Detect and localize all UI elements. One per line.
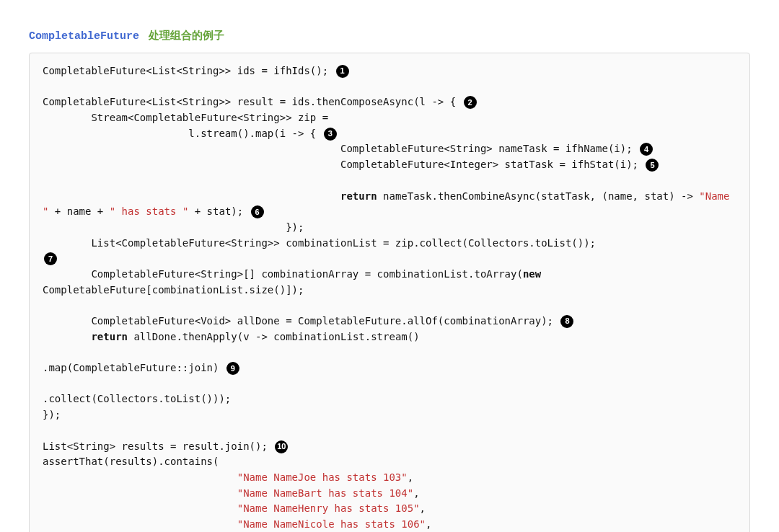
title-classname: CompletableFuture xyxy=(29,30,139,43)
callout-10: 10 xyxy=(275,440,288,453)
callout-7: 7 xyxy=(44,252,57,265)
section-title: CompletableFuture 处理组合的例子 xyxy=(29,29,750,43)
callout-3: 3 xyxy=(324,128,337,141)
code-content: CompletableFuture<List<String>> ids = if… xyxy=(43,63,736,532)
callout-1: 1 xyxy=(336,65,349,78)
title-suffix: 处理组合的例子 xyxy=(149,30,224,43)
code-block: CompletableFuture<List<String>> ids = if… xyxy=(29,53,750,532)
callout-2: 2 xyxy=(464,96,477,109)
callout-6: 6 xyxy=(251,205,264,218)
callout-4: 4 xyxy=(640,143,653,156)
callout-5: 5 xyxy=(646,159,659,172)
callout-9: 9 xyxy=(226,362,239,375)
callout-8: 8 xyxy=(560,315,573,328)
